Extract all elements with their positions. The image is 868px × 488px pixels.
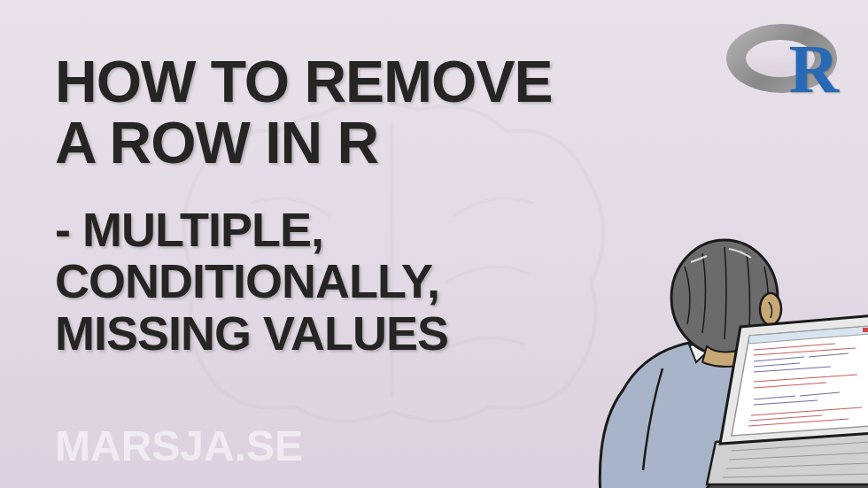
site-name: MARSJA.SE: [55, 422, 303, 470]
subtitle-line-2: CONDITIONALLY,: [55, 255, 448, 306]
subtitle: - MULTIPLE, CONDITIONALLY, MISSING VALUE…: [55, 204, 448, 359]
subtitle-line-1: - MULTIPLE,: [55, 204, 448, 255]
r-logo: R: [726, 22, 841, 106]
title-line-2: A ROW IN R: [55, 112, 552, 174]
svg-point-1: [760, 293, 781, 325]
r-logo-letter: R: [789, 29, 839, 109]
subtitle-line-3: MISSING VALUES: [55, 307, 448, 359]
svg-rect-6: [863, 328, 868, 332]
person-with-laptop-illustration: [574, 213, 868, 488]
title-line-1: HOW TO REMOVE: [55, 51, 552, 112]
main-title: HOW TO REMOVE A ROW IN R: [55, 51, 552, 174]
